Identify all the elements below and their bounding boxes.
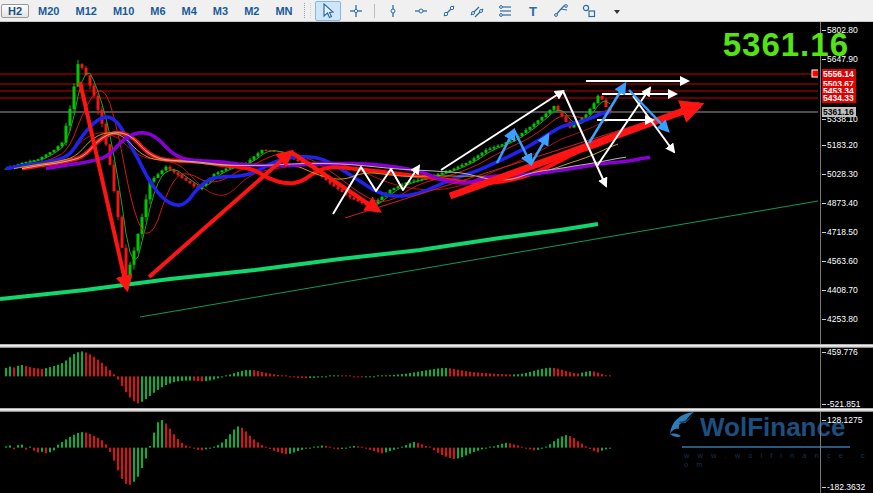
- histogram-bar: [181, 376, 183, 381]
- histogram-bar: [9, 445, 11, 447]
- candle-body: [397, 186, 400, 188]
- histogram-bar: [57, 365, 59, 377]
- histogram-bar: [5, 368, 7, 376]
- timeframe-button-m2[interactable]: M2: [237, 4, 266, 18]
- histogram-bar: [541, 448, 543, 449]
- histogram-bar: [489, 447, 491, 448]
- histogram-bar: [81, 351, 83, 376]
- candle-body: [141, 217, 144, 234]
- histogram-bar: [89, 354, 91, 376]
- histogram-bar: [337, 448, 339, 450]
- tool-text-tool-icon[interactable]: T: [520, 1, 546, 21]
- histogram-bar: [501, 444, 503, 448]
- candle-body: [145, 199, 148, 217]
- tool-vertical-line-icon[interactable]: [380, 1, 406, 21]
- tool-crosshair-icon[interactable]: [343, 1, 369, 21]
- indicator-tick-label: 459.776: [822, 347, 858, 357]
- timeframe-button-m12[interactable]: M12: [68, 4, 103, 18]
- timeframe-button-m10[interactable]: M10: [106, 4, 141, 18]
- histogram-bar: [37, 448, 39, 453]
- histogram-bar: [309, 376, 311, 378]
- timeframe-button-h2[interactable]: H2: [1, 4, 29, 18]
- tool-cursor-icon[interactable]: [315, 1, 341, 21]
- histogram-bar: [293, 376, 295, 377]
- histogram-bar: [177, 376, 179, 381]
- chart-workspace[interactable]: 5361.16 WolFinance w w w . w o l f i n a…: [0, 21, 873, 493]
- top-toolbar: H2M20M12M10M6M4M3M2MN T: [0, 0, 873, 22]
- candle-body: [121, 217, 124, 248]
- indicator-panel-2: [5, 420, 611, 485]
- histogram-bar: [333, 375, 335, 376]
- histogram-bar: [525, 373, 527, 376]
- histogram-bar: [573, 438, 575, 447]
- histogram-bar: [433, 448, 435, 451]
- candle-body: [189, 181, 192, 184]
- histogram-bar: [125, 376, 127, 392]
- histogram-bar: [161, 420, 163, 448]
- timeframe-button-m6[interactable]: M6: [143, 4, 172, 18]
- tool-channel-icon[interactable]: [464, 1, 490, 21]
- histogram-bar: [397, 375, 399, 377]
- tool-equidistant-lines-icon[interactable]: [492, 1, 518, 21]
- candle-body: [481, 153, 484, 156]
- histogram-bar: [385, 375, 387, 376]
- histogram-bar: [393, 375, 395, 376]
- tool-pitchfork-icon[interactable]: [548, 1, 574, 21]
- tool-shapes-icon[interactable]: [576, 1, 602, 21]
- histogram-bar: [593, 448, 595, 451]
- histogram-bar: [361, 376, 363, 377]
- indicator-tick-label: 128.1275: [822, 415, 862, 425]
- candle-body: [565, 116, 568, 122]
- candle-body: [117, 191, 120, 217]
- panel-splitter-1[interactable]: [0, 344, 873, 348]
- candle-body: [81, 64, 84, 68]
- histogram-bar: [365, 376, 367, 377]
- histogram-bar: [405, 374, 407, 377]
- histogram-bar: [437, 369, 439, 377]
- histogram-bar: [501, 374, 503, 376]
- histogram-bar: [417, 372, 419, 377]
- histogram-bar: [297, 376, 299, 377]
- price-tick-label: 4563.60: [822, 256, 858, 266]
- level-price-label: 5556.14: [822, 69, 856, 79]
- histogram-bar: [553, 441, 555, 447]
- histogram-bar: [609, 375, 611, 376]
- timeframe-button-m3[interactable]: M3: [206, 4, 235, 18]
- histogram-bar: [361, 447, 363, 448]
- timeframe-button-m4[interactable]: M4: [175, 4, 204, 18]
- histogram-bar: [513, 375, 515, 377]
- histogram-bar: [533, 448, 535, 451]
- tool-dropdown-caret-icon[interactable]: [604, 1, 630, 21]
- histogram-bar: [557, 439, 559, 448]
- histogram-bar: [69, 437, 71, 448]
- tool-horizontal-line-icon[interactable]: [408, 1, 434, 21]
- histogram-bar: [145, 376, 147, 399]
- histogram-bar: [209, 376, 211, 380]
- candle-body: [597, 96, 600, 103]
- panel-splitter-2[interactable]: [0, 408, 873, 412]
- toolbar-grip[interactable]: [304, 3, 311, 18]
- histogram-bar: [117, 376, 119, 379]
- candle-body: [225, 169, 228, 171]
- histogram-bar: [413, 372, 415, 376]
- timeframe-button-mn[interactable]: MN: [268, 4, 299, 18]
- histogram-bar: [109, 370, 111, 376]
- histogram-bar: [61, 363, 63, 376]
- histogram-bar: [265, 373, 267, 377]
- histogram-bar: [245, 370, 247, 376]
- timeframe-button-m20[interactable]: M20: [31, 4, 66, 18]
- histogram-bar: [437, 448, 439, 453]
- histogram-bar: [205, 376, 207, 381]
- tool-trendline-icon[interactable]: [436, 1, 462, 21]
- histogram-bar: [401, 374, 403, 376]
- histogram-bar: [449, 448, 451, 458]
- candle-body: [549, 110, 552, 114]
- price-tick-label: 4253.80: [822, 314, 858, 324]
- histogram-bar: [517, 374, 519, 376]
- histogram-bar: [409, 373, 411, 376]
- histogram-bar: [353, 376, 355, 377]
- histogram-bar: [321, 445, 323, 447]
- histogram-bar: [241, 428, 243, 448]
- histogram-bar: [129, 376, 131, 397]
- histogram-bar: [257, 442, 259, 447]
